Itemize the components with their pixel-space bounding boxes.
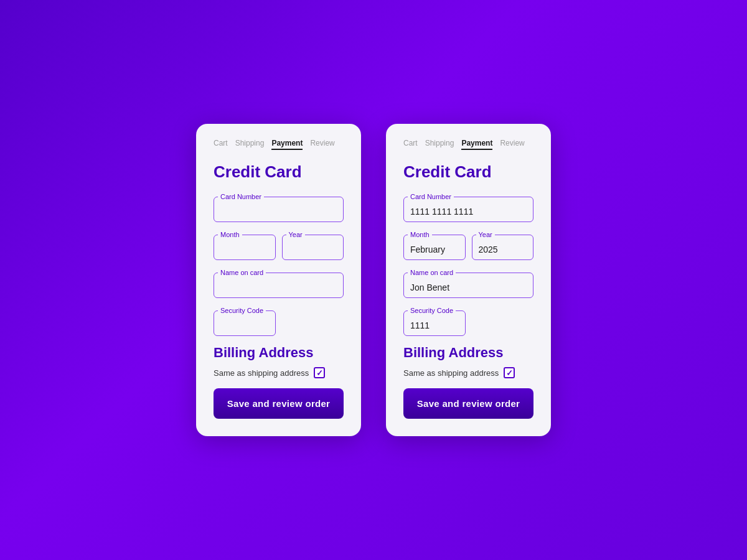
name-on-card-field-empty: Name on card [214,269,344,298]
tab-shipping-empty[interactable]: Shipping [235,139,265,150]
card-number-label-filled: Card Number [408,193,454,200]
tab-shipping-filled[interactable]: Shipping [425,139,454,150]
security-code-input-filled[interactable] [410,319,459,332]
year-field-filled: Year [472,231,534,260]
month-year-row-empty: Month Year [214,231,344,260]
year-field-empty: Year [282,231,344,260]
same-address-row-empty: Same as shipping address [214,367,344,378]
payment-card-empty: Cart Shipping Payment Review Credit Card… [196,124,361,436]
tab-cart-empty[interactable]: Cart [214,139,228,150]
month-label-empty: Month [218,231,242,238]
billing-title-empty: Billing Address [214,345,344,361]
year-label-filled: Year [476,231,495,238]
card-number-input-filled[interactable] [410,205,527,218]
year-input-empty[interactable] [289,243,337,256]
name-on-card-field-filled: Name on card [403,269,533,298]
save-review-button-empty[interactable]: Save and review order [214,388,344,419]
name-on-card-label-filled: Name on card [408,269,456,276]
credit-card-title-empty: Credit Card [214,162,344,182]
same-address-label-empty: Same as shipping address [214,368,309,378]
cards-container: Cart Shipping Payment Review Credit Card… [196,124,551,436]
month-label-filled: Month [408,231,432,238]
name-on-card-input-empty[interactable] [220,281,337,294]
card-number-label-empty: Card Number [218,193,264,200]
year-label-empty: Year [286,231,305,238]
same-address-row-filled: Same as shipping address [403,367,533,378]
name-on-card-label-empty: Name on card [218,269,266,276]
tab-review-empty[interactable]: Review [310,139,334,150]
nav-tabs-empty: Cart Shipping Payment Review [214,139,344,150]
billing-title-filled: Billing Address [403,345,533,361]
same-address-checkbox-empty[interactable] [314,367,325,378]
month-input-empty[interactable] [220,243,269,256]
save-review-button-filled[interactable]: Save and review order [403,388,533,419]
month-year-row-filled: Month Year [403,231,533,260]
security-code-field-filled: Security Code [403,307,466,336]
name-on-card-input-filled[interactable] [410,281,527,294]
security-code-label-filled: Security Code [408,307,456,314]
card-number-input-empty[interactable] [220,205,337,218]
month-field-empty: Month [214,231,276,260]
card-number-field-empty: Card Number [214,193,344,222]
security-code-label-empty: Security Code [218,307,266,314]
payment-card-filled: Cart Shipping Payment Review Credit Card… [386,124,551,436]
security-code-field-empty: Security Code [214,307,276,336]
year-input-filled[interactable] [479,243,527,256]
security-code-input-empty[interactable] [220,319,269,332]
tab-cart-filled[interactable]: Cart [403,139,418,150]
tab-payment-filled[interactable]: Payment [461,139,492,150]
credit-card-title-filled: Credit Card [403,162,533,182]
same-address-checkbox-filled[interactable] [504,367,515,378]
month-field-filled: Month [403,231,466,260]
tab-review-filled[interactable]: Review [500,139,524,150]
tab-payment-empty[interactable]: Payment [271,139,303,150]
nav-tabs-filled: Cart Shipping Payment Review [403,139,533,150]
card-number-field-filled: Card Number [403,193,533,222]
month-input-filled[interactable] [410,243,459,256]
same-address-label-filled: Same as shipping address [403,368,499,378]
